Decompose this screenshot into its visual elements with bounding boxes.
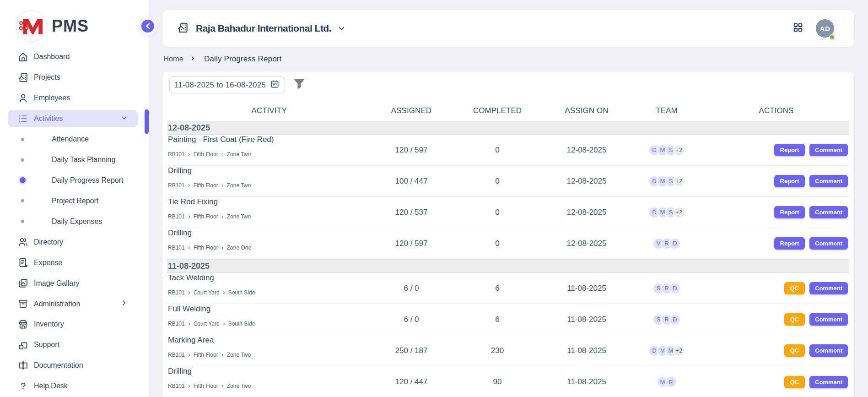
svg-text:?: ? xyxy=(21,381,26,391)
